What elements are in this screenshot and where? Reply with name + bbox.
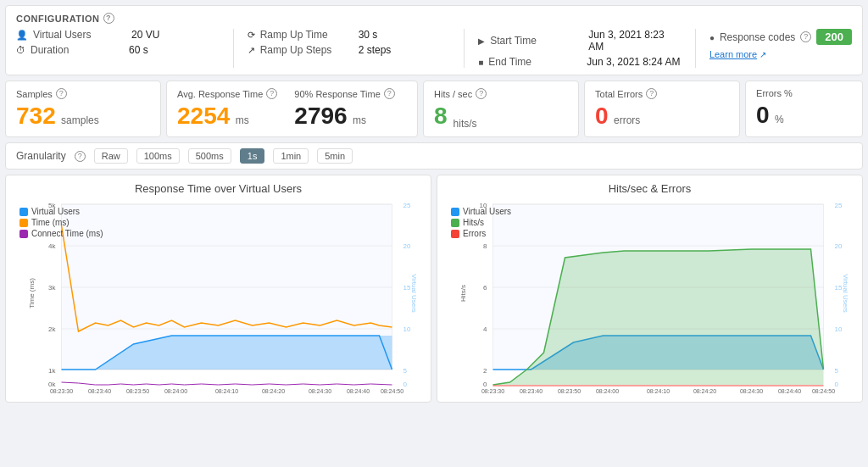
svg-text:08:24:00: 08:24:00 [164,388,187,394]
learn-more-link[interactable]: Learn more [709,49,757,59]
gran-1s-button[interactable]: 1s [240,148,265,164]
play-icon [478,35,485,47]
granularity-label: Granularity [16,150,66,162]
avg-response-unit: ms [236,114,249,126]
hits-unit: hits/s [453,118,477,130]
svg-text:0: 0 [483,381,487,388]
rampup-steps-value: 2 steps [359,44,392,56]
svg-text:08:23:50: 08:23:50 [558,388,581,394]
p90-response-value: 2796 [294,103,347,129]
svg-text:08:24:20: 08:24:20 [262,388,285,394]
chart2-area: Virtual Users Hits/s Errors 10 8 [444,200,855,395]
duration-label: Duration [31,44,124,56]
svg-text:08:23:30: 08:23:30 [481,388,504,394]
end-time-value: Jun 3, 2021 8:24 AM [587,56,680,68]
svg-text:1k: 1k [48,367,56,375]
svg-text:Virtual Users: Virtual Users [842,274,849,313]
avg-response-label: Avg. Response Time [177,89,263,99]
svg-text:0k: 0k [48,381,56,388]
svg-text:08:24:50: 08:24:50 [812,388,835,394]
svg-text:08:24:50: 08:24:50 [381,388,403,394]
hits-value: 8 [434,103,448,130]
samples-label: Samples [16,89,53,99]
svg-text:3k: 3k [48,284,56,292]
chart1-area: Virtual Users Time (ms) Connect Time (ms… [13,200,424,395]
svg-text:08:24:10: 08:24:10 [215,388,238,394]
gran-100ms-button[interactable]: 100ms [136,148,180,164]
svg-text:08:23:30: 08:23:30 [50,388,73,394]
svg-text:20: 20 [403,242,411,250]
end-time-label: End Time [488,56,581,68]
rampup-time-label: Ramp Up Time [260,29,353,41]
virtual-users-label: Virtual Users [33,29,126,41]
avg-info-icon: ? [266,88,277,99]
svg-text:08:24:30: 08:24:30 [309,388,331,394]
start-time-label: Start Time [490,35,583,47]
svg-text:Virtual Users: Virtual Users [410,274,418,313]
svg-text:8: 8 [483,242,487,250]
clock-icon [16,44,25,56]
svg-text:08:23:40: 08:23:40 [520,388,542,394]
rampup-steps-label: Ramp Up Steps [260,44,353,56]
stop-icon [478,56,483,68]
svg-text:2: 2 [483,367,487,375]
p90-info-icon: ? [384,88,395,99]
svg-text:0: 0 [403,381,408,388]
svg-text:2k: 2k [48,325,56,333]
duration-value: 60 s [129,44,148,56]
svg-text:0: 0 [835,381,839,388]
response-codes-label: Response codes [720,31,795,43]
errors-info-icon: ? [646,88,657,99]
svg-text:4k: 4k [48,242,56,250]
svg-text:Hits/s: Hits/s [459,285,467,302]
svg-text:Time (ms): Time (ms) [28,278,36,309]
gran-1min-button[interactable]: 1min [273,148,309,164]
total-errors-label: Total Errors [595,89,643,99]
svg-text:6: 6 [483,284,487,292]
svg-text:20: 20 [835,242,843,250]
gran-raw-button[interactable]: Raw [94,148,128,164]
svg-text:08:24:30: 08:24:30 [740,388,763,394]
rampstep-icon [248,44,255,56]
total-errors-unit: errors [614,114,640,126]
svg-text:08:23:40: 08:23:40 [88,388,111,394]
svg-text:08:24:20: 08:24:20 [693,388,716,394]
svg-text:5: 5 [835,367,839,375]
start-time-value: Jun 3, 2021 8:23 AM [588,29,682,53]
svg-text:25: 25 [403,202,411,209]
user-icon [16,29,28,41]
ramp-icon [248,29,255,41]
gran-500ms-button[interactable]: 500ms [188,148,231,164]
avg-response-value: 2254 [177,103,230,129]
svg-text:4: 4 [483,325,487,333]
svg-text:10: 10 [403,325,411,333]
circle-icon [709,31,715,43]
virtual-users-value: 20 VU [131,29,159,41]
svg-text:08:23:50: 08:23:50 [126,388,149,394]
errors-pct-label: Errors % [756,88,793,98]
hits-info-icon: ? [476,88,487,99]
config-info-icon: ? [103,13,114,24]
chart1-title: Response Time over Virtual Users [13,182,424,195]
svg-text:08:24:40: 08:24:40 [778,388,801,394]
granularity-info-icon: ? [75,151,86,162]
external-link-icon: ↗ [760,50,766,59]
response-badge: 200 [816,29,852,45]
svg-text:25: 25 [835,202,843,209]
gran-5min-button[interactable]: 5min [317,148,353,164]
rampup-time-value: 30 s [359,29,378,41]
p90-response-unit: ms [353,114,366,126]
chart1-legend: Virtual Users Time (ms) Connect Time (ms… [19,207,103,238]
svg-text:08:24:10: 08:24:10 [647,388,670,394]
p90-response-label: 90% Response Time [294,89,381,99]
svg-text:5: 5 [403,367,408,375]
samples-unit: samples [61,114,99,126]
svg-text:08:24:40: 08:24:40 [347,388,370,394]
errors-pct-unit: % [775,114,784,125]
config-title: CONFIGURATION [16,14,100,24]
errors-pct-value: 0 [756,102,770,128]
samples-value: 732 [16,103,56,129]
samples-info-icon: ? [56,88,67,99]
response-codes-info-icon: ? [800,31,811,42]
chart2-title: Hits/sec & Errors [444,182,855,195]
